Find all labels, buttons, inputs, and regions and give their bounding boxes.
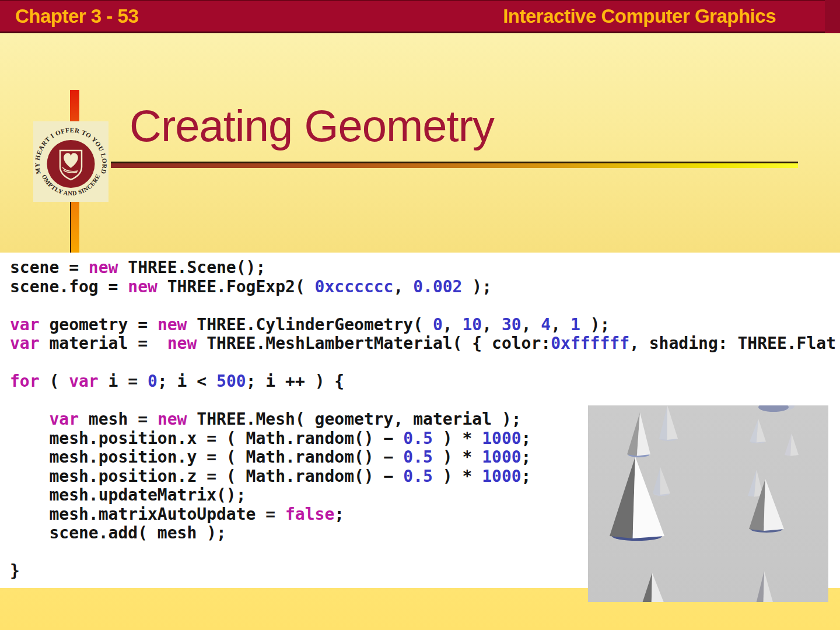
cone-dark-face: [653, 467, 660, 495]
code-line: scene = new THREE.Scene();: [10, 258, 840, 278]
cone-dark-face: [640, 573, 652, 602]
cone-light-face: [651, 573, 666, 602]
code-line: var material = new THREE.MeshLambertMate…: [10, 334, 840, 354]
cone-base-ellipse: [758, 405, 789, 412]
cones-svg: [588, 405, 828, 602]
code-line: scene.fog = new THREE.FogExp2( 0xcccccc,…: [10, 278, 840, 297]
code-line: for ( var i = 0; i < 500; i ++ ) {: [10, 372, 840, 391]
cone-light-face: [763, 571, 775, 602]
header-chapter-label: Chapter 3 - 53: [15, 1, 138, 32]
accent-bar-top: [70, 90, 79, 123]
accent-bar-bottom: [70, 201, 79, 253]
cone-dark-face: [610, 457, 635, 538]
code-line: [10, 354, 840, 373]
page-title: Creating Geometry: [130, 100, 494, 151]
header-accent-strip: [825, 0, 840, 33]
cone-dark-face: [659, 405, 667, 440]
code-line: var geometry = new THREE.CylinderGeometr…: [10, 316, 840, 335]
code-line: [10, 296, 840, 316]
cone-light-face: [764, 479, 784, 531]
school-logo: MY HEART I OFFER TO YOU LORD · PROMPTLY …: [33, 121, 108, 202]
threejs-render-image: [588, 405, 828, 602]
cone-light-face: [790, 433, 799, 456]
header-bar: Chapter 3 - 53 Interactive Computer Grap…: [0, 0, 840, 33]
cone-light-face: [660, 467, 670, 495]
cone-dark-face: [785, 433, 792, 456]
cone-light-face: [632, 457, 664, 538]
title-underline: [111, 162, 798, 168]
slide: Chapter 3 - 53 Interactive Computer Grap…: [0, 0, 840, 630]
header-course-label: Interactive Computer Graphics: [503, 1, 776, 32]
logo-seal-svg: MY HEART I OFFER TO YOU LORD · PROMPTLY …: [33, 121, 108, 202]
cone-dark-face: [755, 571, 764, 602]
cone-light-face: [667, 405, 678, 440]
